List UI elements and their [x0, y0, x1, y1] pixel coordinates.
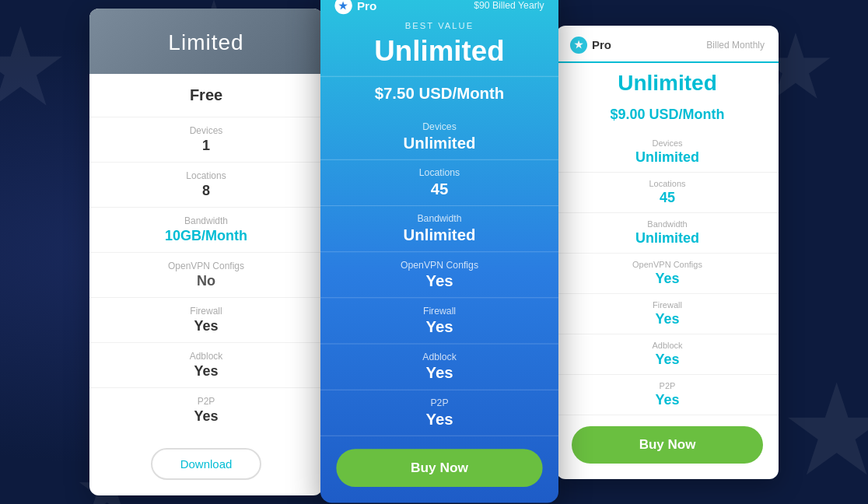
limited-locations-row: Locations 8	[89, 163, 323, 208]
limited-p2p-value: Yes	[105, 408, 307, 425]
pro-gradient-firewall-value: Yes	[336, 318, 542, 336]
pro-gradient-adblock-value: Yes	[336, 364, 542, 382]
pro-white-badge: ★ Pro	[570, 37, 611, 54]
pro-white-bandwidth-row: Bandwidth Unlimited	[556, 213, 779, 254]
pro-white-billing: Billed Monthly	[706, 40, 765, 51]
limited-bandwidth-label: Bandwidth	[105, 215, 307, 226]
pro-white-bandwidth-value: Unlimited	[572, 230, 763, 247]
pro-gradient-bandwidth-label: Bandwidth	[336, 213, 542, 224]
pro-gradient-devices-row: Devices Unlimited	[320, 114, 558, 160]
pro-gradient-price: $7.50 USD/Month	[320, 76, 558, 114]
pro-gradient-badge-label: Pro	[357, 0, 377, 12]
best-value-badge: BEST VALUE	[320, 19, 558, 31]
pro-gradient-adblock-label: Adblock	[336, 352, 542, 362]
pro-gradient-adblock-row: Adblock Yes	[320, 345, 558, 390]
limited-openvpn-value: No	[105, 273, 307, 289]
pro-white-openvpn-label: OpenVPN Configs	[572, 260, 763, 269]
pro-gradient-bandwidth-value: Unlimited	[336, 226, 542, 244]
pro-gradient-p2p-value: Yes	[336, 410, 542, 428]
pro-gradient-openvpn-label: OpenVPN Configs	[336, 259, 542, 270]
limited-adblock-row: Adblock Yes	[89, 343, 323, 388]
star-icon: ★	[334, 0, 352, 14]
limited-locations-label: Locations	[105, 170, 307, 181]
limited-plan-name: Limited	[105, 30, 307, 55]
pro-gradient-badge: ★ Pro	[334, 0, 376, 14]
limited-devices-value: 1	[105, 138, 307, 154]
pro-gradient-devices-label: Devices	[336, 121, 542, 132]
pro-white-devices-value: Unlimited	[572, 149, 763, 166]
pro-gradient-locations-label: Locations	[336, 167, 542, 178]
limited-price: Free	[105, 86, 307, 104]
pro-white-plan-name: Unlimited	[556, 63, 779, 100]
pro-white-adblock-label: Adblock	[572, 341, 763, 350]
download-button[interactable]: Download	[151, 448, 262, 480]
pro-white-devices-label: Devices	[572, 138, 763, 148]
pro-white-locations-label: Locations	[572, 179, 763, 188]
pro-gradient-firewall-label: Firewall	[336, 306, 542, 317]
limited-p2p-label: P2P	[105, 396, 307, 407]
pro-gradient-openvpn-value: Yes	[336, 272, 542, 290]
pro-gradient-billing: $90 Billed Yearly	[474, 0, 544, 11]
pro-gradient-locations-row: Locations 45	[320, 160, 558, 206]
pro-white-badge-label: Pro	[592, 38, 611, 51]
limited-openvpn-row: OpenVPN Configs No	[89, 253, 323, 298]
pro-gradient-p2p-row: P2P Yes	[320, 390, 558, 436]
limited-adblock-label: Adblock	[105, 351, 307, 362]
limited-firewall-label: Firewall	[105, 306, 307, 317]
pro-gradient-card-footer: Buy Now	[320, 436, 558, 503]
limited-card-header: Limited	[89, 9, 323, 74]
limited-locations-value: 8	[105, 183, 307, 199]
star-icon-cyan: ★	[570, 37, 587, 54]
limited-devices-row: Devices 1	[89, 117, 323, 163]
pro-white-firewall-label: Firewall	[572, 300, 763, 310]
limited-card-footer: Download	[89, 432, 323, 495]
limited-bandwidth-value: 10GB/Month	[105, 228, 307, 244]
limited-p2p-row: P2P Yes	[89, 388, 323, 432]
limited-firewall-value: Yes	[105, 318, 307, 334]
limited-price-row: Free	[89, 74, 323, 117]
pro-white-adblock-value: Yes	[572, 352, 763, 368]
pro-white-price: $9.00 USD/Month	[556, 100, 779, 132]
pro-gradient-devices-value: Unlimited	[336, 134, 542, 152]
pro-white-firewall-row: Firewall Yes	[556, 294, 779, 334]
pro-white-openvpn-row: OpenVPN Configs Yes	[556, 254, 779, 294]
pro-white-bandwidth-label: Bandwidth	[572, 219, 763, 229]
pro-white-devices-row: Devices Unlimited	[556, 132, 779, 173]
pro-white-locations-row: Locations 45	[556, 173, 779, 213]
pro-white-firewall-value: Yes	[572, 311, 763, 327]
limited-bandwidth-row: Bandwidth 10GB/Month	[89, 208, 323, 253]
limited-plan-card: Limited Free Devices 1 Locations 8 Bandw…	[89, 9, 323, 495]
pro-gradient-locations-value: 45	[336, 180, 542, 198]
limited-adblock-value: Yes	[105, 363, 307, 380]
pro-white-buy-button[interactable]: Buy Now	[572, 426, 763, 464]
pro-white-plan-card: ★ Pro Billed Monthly Unlimited $9.00 USD…	[556, 26, 779, 479]
pro-gradient-p2p-label: P2P	[336, 397, 542, 408]
pro-white-card-header: ★ Pro Billed Monthly	[556, 26, 779, 63]
pro-white-p2p-row: P2P Yes	[556, 375, 779, 415]
pro-gradient-buy-button[interactable]: Buy Now	[336, 449, 542, 487]
limited-devices-label: Devices	[105, 125, 307, 136]
pro-white-adblock-row: Adblock Yes	[556, 334, 779, 375]
limited-card-body: Free Devices 1 Locations 8 Bandwidth 10G…	[89, 74, 323, 432]
cards-container: Limited Free Devices 1 Locations 8 Bandw…	[89, 0, 779, 504]
pro-gradient-openvpn-row: OpenVPN Configs Yes	[320, 252, 558, 298]
limited-openvpn-label: OpenVPN Configs	[105, 261, 307, 271]
pro-white-openvpn-value: Yes	[572, 271, 763, 287]
pro-white-p2p-label: P2P	[572, 381, 763, 390]
pro-gradient-plan-card: ★ Pro $90 Billed Yearly BEST VALUE Unlim…	[320, 0, 558, 503]
pro-white-p2p-value: Yes	[572, 392, 763, 408]
pro-white-locations-value: 45	[572, 190, 763, 206]
pro-white-card-footer: Buy Now	[556, 415, 779, 479]
pro-gradient-plan-name: Unlimited	[320, 32, 558, 76]
pro-gradient-firewall-row: Firewall Yes	[320, 298, 558, 344]
limited-firewall-row: Firewall Yes	[89, 298, 323, 343]
pro-gradient-bandwidth-row: Bandwidth Unlimited	[320, 206, 558, 252]
pro-gradient-card-header: ★ Pro $90 Billed Yearly	[320, 0, 558, 19]
